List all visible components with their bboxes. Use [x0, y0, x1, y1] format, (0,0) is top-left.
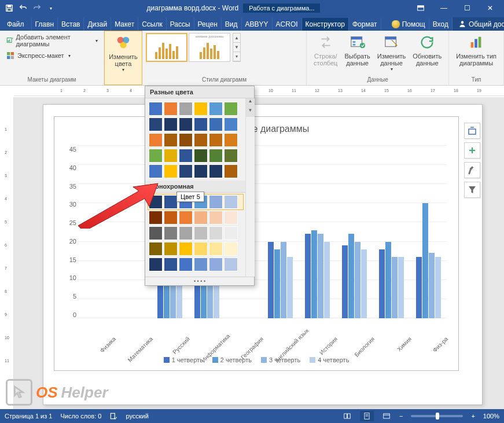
status-page[interactable]: Страница 1 из 1	[5, 413, 52, 420]
window-close[interactable]: ✕	[479, 0, 502, 16]
status-word-count[interactable]: Число слов: 0	[60, 413, 101, 420]
color-scheme-row[interactable]	[149, 102, 242, 116]
legend-item[interactable]: 4 четверть	[310, 356, 349, 363]
tab-view[interactable]: Вид	[222, 18, 242, 31]
bar[interactable]	[392, 257, 398, 318]
switch-row-col-button[interactable]: Строка/ столбец	[310, 32, 341, 73]
dropdown-scrollbar[interactable]: ▲ ▼	[245, 98, 255, 277]
view-print-layout[interactable]	[360, 411, 374, 421]
tab-file[interactable]: Файл	[0, 18, 32, 31]
zoom-level[interactable]: 100%	[483, 413, 499, 420]
sign-in[interactable]: Вход	[429, 18, 453, 31]
quick-layout-button[interactable]: Экспресс-макет▾	[2, 49, 101, 62]
bar[interactable]	[429, 253, 435, 318]
tab-layout[interactable]: Макет	[111, 18, 138, 31]
color-scheme-row[interactable]	[149, 242, 242, 256]
chart-legend[interactable]: 1 четверть2 четверть3 четверть4 четверть	[54, 356, 458, 363]
vertical-ruler[interactable]: 1234567891011	[0, 97, 14, 409]
color-scheme-row[interactable]	[149, 149, 242, 163]
gallery-scroll-down[interactable]: ▼	[233, 43, 240, 52]
view-web-layout[interactable]	[382, 412, 391, 420]
share-button[interactable]: Общий доступ	[453, 17, 504, 31]
horizontal-ruler[interactable]: 12345678910111213141516171819	[14, 86, 504, 96]
tab-format[interactable]: Формат	[349, 18, 381, 31]
change-chart-type-button[interactable]: Изменить тип диаграммы	[453, 32, 500, 68]
bar-group[interactable]	[375, 146, 408, 318]
bar[interactable]	[318, 234, 323, 318]
bar[interactable]	[274, 249, 280, 318]
change-colors-button[interactable]: Изменить цвета▾	[105, 32, 141, 73]
zoom-in[interactable]: +	[471, 413, 474, 420]
color-scheme-row[interactable]	[149, 226, 242, 240]
edit-data-button[interactable]: Изменить данные▾	[374, 32, 410, 73]
bar[interactable]	[281, 242, 286, 318]
chart-style-1[interactable]	[146, 33, 187, 62]
chart-layout-options[interactable]	[464, 123, 480, 139]
qat-customize-button[interactable]: ▾	[44, 1, 58, 15]
tab-acrobat[interactable]: ACROI	[273, 18, 302, 31]
tab-design[interactable]: Дизай	[84, 18, 111, 31]
zoom-out[interactable]: −	[399, 413, 403, 420]
bar[interactable]	[268, 242, 274, 318]
scroll-down[interactable]: ▼	[246, 108, 255, 117]
legend-item[interactable]: 3 четверть	[261, 356, 300, 363]
tab-mailings[interactable]: Рассы	[167, 18, 194, 31]
bar[interactable]	[324, 242, 330, 318]
bar[interactable]	[342, 245, 348, 318]
bar-group[interactable]	[264, 146, 297, 318]
chart-elements-button[interactable]: +	[464, 142, 480, 159]
bar-group[interactable]	[338, 146, 371, 318]
color-scheme-row[interactable]	[149, 133, 242, 147]
bar[interactable]	[385, 242, 391, 318]
color-scheme-row[interactable]	[149, 258, 242, 271]
select-data-button[interactable]: Выбрать данные	[341, 32, 373, 73]
color-scheme-row[interactable]	[149, 211, 242, 225]
bar[interactable]	[435, 257, 441, 318]
legend-item[interactable]: 2 четверть	[212, 356, 252, 363]
chart-styles-button[interactable]	[464, 162, 480, 178]
gallery-scroll-up[interactable]: ▲	[233, 34, 240, 43]
bar[interactable]	[379, 249, 385, 318]
bar[interactable]	[305, 234, 311, 318]
tab-home[interactable]: Главн	[32, 18, 58, 31]
tell-me[interactable]: Помощ	[388, 18, 429, 31]
status-language[interactable]: русский	[126, 413, 148, 420]
ribbon-display-options[interactable]	[409, 0, 432, 16]
zoom-slider[interactable]	[411, 415, 463, 417]
bar-group[interactable]	[79, 146, 112, 318]
window-minimize[interactable]: —	[432, 0, 455, 16]
bar[interactable]	[287, 257, 293, 318]
qat-redo-button[interactable]	[30, 1, 44, 15]
qat-undo-button[interactable]	[16, 1, 30, 15]
add-chart-element-button[interactable]: + Добавить элемент диаграммы▾	[2, 32, 101, 49]
legend-item[interactable]: 1 четверть	[164, 356, 203, 363]
tab-references[interactable]: Ссылк	[138, 18, 167, 31]
window-restore[interactable]: ☐	[455, 0, 479, 16]
tab-insert[interactable]: Встав	[58, 18, 84, 31]
view-read-mode[interactable]	[343, 412, 352, 420]
document-area[interactable]: Название диаграммы 051015202530354045 Фи…	[14, 97, 504, 409]
chart-title[interactable]: Название диаграммы	[54, 117, 458, 134]
refresh-data-button[interactable]: Обновить данные	[409, 32, 445, 73]
qat-save-button[interactable]	[2, 1, 16, 15]
status-spellcheck-icon[interactable]	[109, 412, 117, 420]
gallery-expand[interactable]: ▾	[233, 52, 240, 61]
tab-review[interactable]: Рецен	[194, 18, 222, 31]
bar[interactable]	[355, 242, 360, 318]
bar[interactable]	[348, 234, 354, 318]
zoom-thumb[interactable]	[436, 413, 439, 420]
chart-styles-gallery[interactable]: название диаграммы ▲ ▼ ▾	[145, 32, 304, 63]
chart-filters-button[interactable]	[464, 182, 480, 198]
bar[interactable]	[422, 203, 428, 318]
chart-object[interactable]: Название диаграммы 051015202530354045 Фи…	[54, 116, 459, 371]
bar-group[interactable]	[301, 146, 334, 318]
scroll-up[interactable]: ▲	[246, 98, 255, 108]
bar[interactable]	[361, 249, 367, 318]
bar[interactable]	[416, 257, 422, 318]
color-scheme-row[interactable]	[149, 164, 242, 178]
dropdown-more[interactable]: • • • •	[145, 277, 254, 285]
tab-abbyy[interactable]: ABBYY	[242, 18, 273, 31]
tab-constructor[interactable]: Конструктор	[302, 18, 349, 31]
bar-group[interactable]	[411, 146, 444, 318]
bar[interactable]	[398, 257, 404, 318]
